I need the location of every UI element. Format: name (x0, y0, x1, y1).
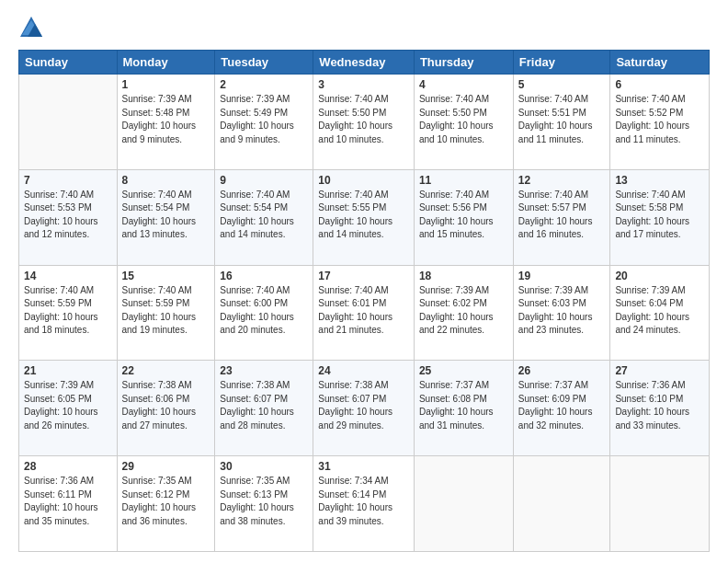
day-number: 12 (518, 174, 606, 187)
calendar-header-friday: Friday (513, 51, 610, 75)
day-info: Sunrise: 7:39 AM Sunset: 5:49 PM Dayligh… (220, 93, 308, 146)
calendar-header-wednesday: Wednesday (313, 51, 415, 75)
day-number: 24 (318, 364, 409, 377)
day-info: Sunrise: 7:40 AM Sunset: 6:00 PM Dayligh… (220, 284, 308, 338)
calendar-cell: 21Sunrise: 7:39 AM Sunset: 6:05 PM Dayli… (19, 361, 118, 456)
day-info: Sunrise: 7:40 AM Sunset: 6:01 PM Dayligh… (318, 284, 409, 338)
day-info: Sunrise: 7:40 AM Sunset: 5:57 PM Dayligh… (518, 189, 606, 242)
day-number: 3 (318, 78, 409, 91)
day-number: 29 (122, 460, 210, 473)
calendar-cell: 16Sunrise: 7:40 AM Sunset: 6:00 PM Dayli… (215, 265, 313, 361)
day-number: 22 (122, 364, 210, 377)
calendar-cell: 17Sunrise: 7:40 AM Sunset: 6:01 PM Dayli… (313, 265, 415, 361)
day-number: 18 (419, 270, 508, 282)
calendar-cell: 12Sunrise: 7:40 AM Sunset: 5:57 PM Dayli… (513, 169, 610, 265)
day-info: Sunrise: 7:40 AM Sunset: 5:52 PM Dayligh… (615, 93, 704, 146)
calendar-cell: 11Sunrise: 7:40 AM Sunset: 5:56 PM Dayli… (414, 169, 513, 265)
calendar-cell: 15Sunrise: 7:40 AM Sunset: 5:59 PM Dayli… (117, 265, 215, 361)
day-info: Sunrise: 7:36 AM Sunset: 6:10 PM Dayligh… (615, 379, 704, 432)
calendar-header-sunday: Sunday (19, 51, 118, 75)
day-number: 1 (122, 78, 210, 91)
calendar-week-row: 28Sunrise: 7:36 AM Sunset: 6:11 PM Dayli… (19, 456, 710, 552)
day-number: 14 (24, 270, 112, 282)
day-number: 11 (419, 174, 508, 187)
calendar-cell: 2Sunrise: 7:39 AM Sunset: 5:49 PM Daylig… (215, 75, 313, 170)
calendar-table: SundayMondayTuesdayWednesdayThursdayFrid… (18, 50, 710, 552)
calendar-cell: 28Sunrise: 7:36 AM Sunset: 6:11 PM Dayli… (19, 456, 118, 552)
day-info: Sunrise: 7:37 AM Sunset: 6:09 PM Dayligh… (518, 379, 606, 432)
calendar-cell: 24Sunrise: 7:38 AM Sunset: 6:07 PM Dayli… (313, 361, 415, 456)
calendar-week-row: 1Sunrise: 7:39 AM Sunset: 5:48 PM Daylig… (19, 75, 710, 170)
day-info: Sunrise: 7:36 AM Sunset: 6:11 PM Dayligh… (24, 475, 112, 528)
day-number: 15 (122, 270, 210, 282)
day-number: 23 (220, 364, 308, 377)
calendar-cell: 19Sunrise: 7:39 AM Sunset: 6:03 PM Dayli… (513, 265, 610, 361)
day-number: 27 (615, 364, 704, 377)
calendar-cell: 22Sunrise: 7:38 AM Sunset: 6:06 PM Dayli… (117, 361, 215, 456)
day-info: Sunrise: 7:39 AM Sunset: 6:05 PM Dayligh… (24, 379, 112, 432)
calendar-cell: 9Sunrise: 7:40 AM Sunset: 5:54 PM Daylig… (215, 169, 313, 265)
day-number: 25 (419, 364, 508, 377)
day-info: Sunrise: 7:40 AM Sunset: 5:59 PM Dayligh… (122, 284, 210, 338)
day-number: 10 (318, 174, 409, 187)
day-info: Sunrise: 7:40 AM Sunset: 5:51 PM Dayligh… (518, 93, 606, 146)
day-number: 19 (518, 270, 606, 282)
day-info: Sunrise: 7:39 AM Sunset: 6:02 PM Dayligh… (419, 284, 508, 338)
day-info: Sunrise: 7:40 AM Sunset: 5:56 PM Dayligh… (419, 189, 508, 242)
day-info: Sunrise: 7:39 AM Sunset: 6:04 PM Dayligh… (615, 284, 704, 338)
calendar-cell: 31Sunrise: 7:34 AM Sunset: 6:14 PM Dayli… (313, 456, 415, 552)
day-number: 21 (24, 364, 112, 377)
day-info: Sunrise: 7:40 AM Sunset: 5:50 PM Dayligh… (318, 93, 409, 146)
day-info: Sunrise: 7:35 AM Sunset: 6:13 PM Dayligh… (220, 475, 308, 528)
day-info: Sunrise: 7:40 AM Sunset: 5:54 PM Dayligh… (122, 189, 210, 242)
day-number: 30 (220, 460, 308, 473)
day-info: Sunrise: 7:37 AM Sunset: 6:08 PM Dayligh… (419, 379, 508, 432)
day-number: 5 (518, 78, 606, 91)
calendar-cell: 6Sunrise: 7:40 AM Sunset: 5:52 PM Daylig… (610, 75, 710, 170)
calendar-header-monday: Monday (117, 51, 215, 75)
day-info: Sunrise: 7:40 AM Sunset: 5:53 PM Dayligh… (24, 189, 112, 242)
day-info: Sunrise: 7:40 AM Sunset: 5:58 PM Dayligh… (615, 189, 704, 242)
day-info: Sunrise: 7:38 AM Sunset: 6:07 PM Dayligh… (220, 379, 308, 432)
calendar-cell: 4Sunrise: 7:40 AM Sunset: 5:50 PM Daylig… (414, 75, 513, 170)
day-number: 16 (220, 270, 308, 282)
calendar-cell: 30Sunrise: 7:35 AM Sunset: 6:13 PM Dayli… (215, 456, 313, 552)
day-info: Sunrise: 7:38 AM Sunset: 6:06 PM Dayligh… (122, 379, 210, 432)
day-info: Sunrise: 7:39 AM Sunset: 5:48 PM Dayligh… (122, 93, 210, 146)
day-number: 17 (318, 270, 409, 282)
day-number: 8 (122, 174, 210, 187)
day-number: 28 (24, 460, 112, 473)
day-info: Sunrise: 7:40 AM Sunset: 5:50 PM Dayligh… (419, 93, 508, 146)
day-number: 20 (615, 270, 704, 282)
day-info: Sunrise: 7:35 AM Sunset: 6:12 PM Dayligh… (122, 475, 210, 528)
day-number: 4 (419, 78, 508, 91)
day-number: 2 (220, 78, 308, 91)
day-info: Sunrise: 7:38 AM Sunset: 6:07 PM Dayligh… (318, 379, 409, 432)
calendar-cell: 14Sunrise: 7:40 AM Sunset: 5:59 PM Dayli… (19, 265, 118, 361)
calendar-header-row: SundayMondayTuesdayWednesdayThursdayFrid… (19, 51, 710, 75)
calendar-cell: 7Sunrise: 7:40 AM Sunset: 5:53 PM Daylig… (19, 169, 118, 265)
calendar-cell: 13Sunrise: 7:40 AM Sunset: 5:58 PM Dayli… (610, 169, 710, 265)
calendar-cell: 8Sunrise: 7:40 AM Sunset: 5:54 PM Daylig… (117, 169, 215, 265)
calendar-header-thursday: Thursday (414, 51, 513, 75)
calendar-header-saturday: Saturday (610, 51, 710, 75)
calendar-cell: 5Sunrise: 7:40 AM Sunset: 5:51 PM Daylig… (513, 75, 610, 170)
day-number: 13 (615, 174, 704, 187)
day-info: Sunrise: 7:34 AM Sunset: 6:14 PM Dayligh… (318, 475, 409, 528)
day-number: 6 (615, 78, 704, 91)
calendar-header-tuesday: Tuesday (215, 51, 313, 75)
day-number: 7 (24, 174, 112, 187)
day-info: Sunrise: 7:40 AM Sunset: 5:54 PM Dayligh… (220, 189, 308, 242)
calendar-cell: 1Sunrise: 7:39 AM Sunset: 5:48 PM Daylig… (117, 75, 215, 170)
calendar-cell: 18Sunrise: 7:39 AM Sunset: 6:02 PM Dayli… (414, 265, 513, 361)
calendar-cell: 23Sunrise: 7:38 AM Sunset: 6:07 PM Dayli… (215, 361, 313, 456)
day-number: 9 (220, 174, 308, 187)
calendar-week-row: 21Sunrise: 7:39 AM Sunset: 6:05 PM Dayli… (19, 361, 710, 456)
header (18, 15, 710, 40)
calendar-cell (610, 456, 710, 552)
day-info: Sunrise: 7:39 AM Sunset: 6:03 PM Dayligh… (518, 284, 606, 338)
day-info: Sunrise: 7:40 AM Sunset: 5:59 PM Dayligh… (24, 284, 112, 338)
logo-icon (18, 15, 44, 40)
page: SundayMondayTuesdayWednesdayThursdayFrid… (0, 0, 728, 563)
logo (18, 15, 48, 40)
